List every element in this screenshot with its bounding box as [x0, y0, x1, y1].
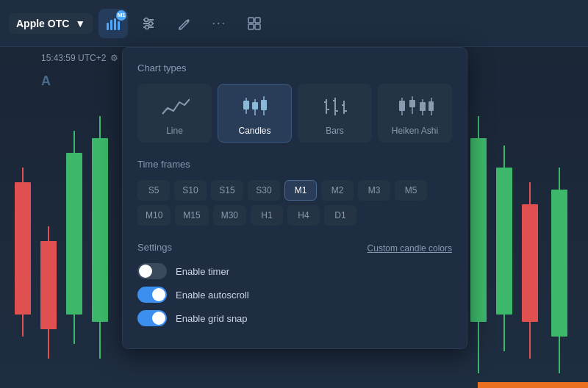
- layout-button[interactable]: [240, 9, 269, 38]
- asset-selector[interactable]: Apple OTC ▼: [9, 13, 93, 34]
- bottom-bar: [478, 382, 588, 388]
- candles-icon: [240, 93, 270, 120]
- svg-rect-21: [551, 190, 567, 337]
- svg-rect-35: [255, 18, 260, 23]
- timeframe-btn-h4[interactable]: H4: [287, 205, 320, 226]
- timeframes-title: Time frames: [137, 159, 452, 170]
- svg-rect-39: [243, 101, 249, 109]
- svg-point-29: [145, 18, 148, 21]
- svg-rect-6: [66, 153, 82, 315]
- timeframe-btn-m5[interactable]: M5: [395, 180, 427, 201]
- svg-rect-25: [110, 20, 112, 30]
- svg-rect-27: [118, 21, 120, 30]
- settings-gear-icon[interactable]: ⚙: [110, 53, 118, 63]
- chart-type-candles[interactable]: Candles: [218, 84, 292, 143]
- svg-rect-24: [107, 23, 109, 30]
- svg-rect-18: [522, 204, 538, 322]
- heiken-ashi-icon: [396, 93, 434, 120]
- toggle-knob-enable_grid_snap: [152, 312, 165, 325]
- svg-rect-36: [248, 24, 254, 29]
- timeframes-section: Time frames S5S10S15S30M1M2M3M5M10M15M30…: [137, 159, 452, 226]
- timeframe-badge: M1: [116, 10, 126, 21]
- bg-candles-left: [0, 94, 125, 388]
- bg-candles-right: [463, 94, 588, 388]
- timeframe-btn-m15[interactable]: M15: [175, 205, 208, 226]
- settings-button[interactable]: [134, 9, 163, 38]
- dropdown-panel: Chart types Line: [122, 47, 467, 349]
- chart-type-line[interactable]: Line: [137, 84, 212, 143]
- svg-rect-26: [114, 18, 116, 30]
- asset-label: Apple OTC: [16, 18, 69, 29]
- timeframe-grid: S5S10S15S30M1M2M3M5M10M15M30H1H4D1: [137, 180, 452, 226]
- setting-label-enable_autoscroll: Enable autoscroll: [176, 290, 249, 301]
- setting-row-enable_timer: Enable timer: [137, 263, 368, 279]
- timeframe-btn-m10[interactable]: M10: [137, 205, 171, 226]
- line-label: Line: [166, 126, 183, 136]
- svg-rect-34: [248, 18, 254, 23]
- setting-label-enable_grid_snap: Enable grid snap: [176, 313, 248, 324]
- timeframe-btn-m3[interactable]: M3: [358, 180, 390, 201]
- setting-row-enable_autoscroll: Enable autoscroll: [137, 287, 368, 303]
- toggle-enable_grid_snap[interactable]: [137, 310, 167, 326]
- more-button[interactable]: ···: [204, 9, 234, 38]
- setting-label-enable_timer: Enable timer: [176, 266, 229, 277]
- settings-title: Settings: [137, 242, 368, 253]
- toggle-enable_timer[interactable]: [137, 263, 167, 279]
- chart-type-heiken-ashi[interactable]: Heiken Ashi: [378, 84, 452, 143]
- time-display: 15:43:59 UTC+2 ⚙: [41, 53, 118, 63]
- pen-icon: [176, 16, 191, 31]
- toggle-knob-enable_timer: [139, 265, 152, 278]
- setting-row-enable_grid_snap: Enable grid snap: [137, 310, 368, 326]
- timeframe-btn-s5[interactable]: S5: [137, 180, 170, 201]
- time-label: 15:43:59 UTC+2: [41, 53, 106, 63]
- timeframe-btn-m1[interactable]: M1: [284, 180, 317, 201]
- svg-rect-0: [15, 182, 31, 315]
- timeframe-btn-m2[interactable]: M2: [321, 180, 354, 201]
- timeframe-btn-s30[interactable]: S30: [248, 180, 280, 201]
- candles-label: Candles: [238, 126, 270, 136]
- chart-type-button[interactable]: M1: [98, 9, 128, 38]
- toggle-knob-enable_autoscroll: [152, 288, 165, 301]
- timeframe-btn-s15[interactable]: S15: [211, 180, 243, 201]
- bars-label: Bars: [326, 126, 344, 136]
- settings-section: Settings Enable timerEnable autoscrollEn…: [137, 242, 452, 334]
- toggle-enable_autoscroll[interactable]: [137, 287, 167, 303]
- timeframe-btn-d1[interactable]: D1: [324, 205, 356, 226]
- timeframe-btn-s10[interactable]: S10: [174, 180, 207, 201]
- svg-rect-45: [261, 100, 267, 110]
- svg-rect-63: [420, 102, 426, 111]
- toolbar: Apple OTC ▼ M1 ···: [0, 0, 588, 47]
- svg-rect-42: [252, 102, 258, 109]
- chart-type-bars[interactable]: Bars: [298, 84, 372, 143]
- line-icon: [160, 93, 190, 120]
- svg-rect-15: [496, 168, 512, 315]
- settings-rows: Enable timerEnable autoscrollEnable grid…: [137, 263, 368, 326]
- heiken-ashi-label: Heiken Ashi: [392, 126, 438, 136]
- asset-chevron: ▼: [75, 18, 85, 29]
- chart-letter: A: [41, 73, 51, 89]
- svg-rect-3: [40, 241, 57, 329]
- sliders-icon: [141, 16, 156, 31]
- svg-rect-12: [470, 138, 487, 322]
- svg-rect-66: [429, 101, 434, 111]
- svg-point-33: [146, 25, 149, 29]
- svg-rect-57: [399, 101, 405, 111]
- chart-types-container: Line Candles: [137, 84, 452, 143]
- draw-button[interactable]: [169, 9, 198, 38]
- settings-left: Settings Enable timerEnable autoscrollEn…: [137, 242, 368, 334]
- bars-icon: [320, 93, 350, 120]
- svg-rect-60: [409, 100, 415, 107]
- svg-rect-37: [255, 24, 260, 29]
- timeframe-btn-m30[interactable]: M30: [213, 205, 246, 226]
- chart-types-title: Chart types: [137, 62, 452, 73]
- timeframe-btn-h1[interactable]: H1: [251, 205, 283, 226]
- custom-candle-colors-link[interactable]: Custom candle colors: [368, 242, 452, 254]
- grid-icon: [247, 16, 262, 31]
- dots-icon: ···: [212, 17, 226, 30]
- svg-point-31: [149, 21, 153, 25]
- svg-rect-9: [92, 138, 108, 322]
